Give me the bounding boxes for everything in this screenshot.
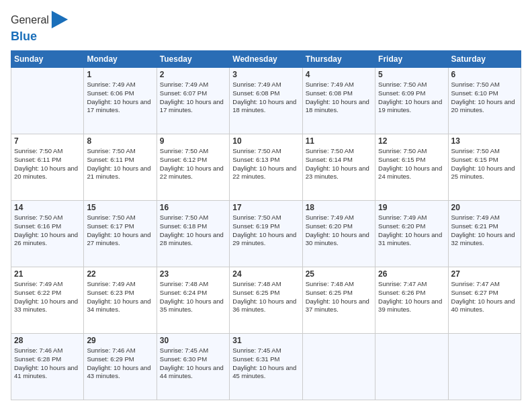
day-number: 3 (232, 70, 299, 79)
cell-sunset-info: Sunset: 6:19 PM (232, 222, 299, 231)
cell-sunset-info: Sunset: 6:27 PM (451, 289, 518, 298)
day-number: 11 (306, 136, 372, 146)
cell-sunset-info: Sunset: 6:28 PM (14, 355, 81, 364)
header-day: Tuesday (157, 51, 229, 68)
cell-daylight-info: Daylight: 10 hours and 34 minutes. (87, 298, 153, 315)
cell-sun-info: Sunrise: 7:49 AM (306, 81, 372, 89)
cell-daylight-info: Daylight: 10 hours and 17 minutes. (87, 98, 153, 116)
day-number: 7 (14, 136, 81, 146)
calendar-cell (375, 334, 448, 400)
calendar-cell: 21Sunrise: 7:49 AMSunset: 6:22 PMDayligh… (11, 267, 84, 334)
cell-daylight-info: Daylight: 10 hours and 18 minutes. (306, 98, 372, 116)
cell-sunset-info: Sunset: 6:06 PM (87, 89, 153, 98)
day-number: 8 (87, 136, 153, 146)
cell-sun-info: Sunrise: 7:49 AM (451, 214, 518, 222)
cell-sun-info: Sunrise: 7:47 AM (451, 280, 518, 289)
day-number: 15 (87, 203, 153, 212)
svg-marker-0 (52, 11, 68, 28)
day-number: 2 (160, 70, 226, 79)
day-number: 9 (160, 136, 226, 146)
cell-sunset-info: Sunset: 6:20 PM (378, 222, 445, 231)
header-row: SundayMondayTuesdayWednesdayThursdayFrid… (11, 51, 521, 68)
cell-sun-info: Sunrise: 7:50 AM (378, 81, 445, 89)
cell-sun-info: Sunrise: 7:49 AM (232, 81, 299, 89)
cell-sun-info: Sunrise: 7:50 AM (232, 147, 299, 156)
calendar-cell: 2Sunrise: 7:49 AMSunset: 6:07 PMDaylight… (157, 68, 229, 134)
day-number: 6 (451, 70, 518, 79)
calendar-cell (448, 334, 521, 400)
day-number: 27 (451, 269, 518, 279)
calendar-cell: 12Sunrise: 7:50 AMSunset: 6:15 PMDayligh… (375, 134, 448, 201)
cell-daylight-info: Daylight: 10 hours and 27 minutes. (87, 231, 153, 248)
day-number: 26 (378, 269, 445, 279)
calendar-week-row: 7Sunrise: 7:50 AMSunset: 6:11 PMDaylight… (11, 134, 521, 201)
day-number: 24 (232, 269, 299, 279)
day-number: 23 (160, 269, 226, 279)
cell-sunset-info: Sunset: 6:25 PM (232, 289, 299, 298)
cell-sunset-info: Sunset: 6:21 PM (451, 222, 518, 231)
calendar-cell: 1Sunrise: 7:49 AMSunset: 6:06 PMDaylight… (84, 68, 157, 134)
day-number: 31 (232, 336, 299, 345)
cell-sunset-info: Sunset: 6:14 PM (306, 156, 372, 165)
cell-sun-info: Sunrise: 7:49 AM (160, 81, 226, 89)
cell-daylight-info: Daylight: 10 hours and 19 minutes. (378, 98, 445, 116)
cell-daylight-info: Daylight: 10 hours and 32 minutes. (451, 231, 518, 248)
calendar-cell: 7Sunrise: 7:50 AMSunset: 6:11 PMDaylight… (11, 134, 84, 201)
day-number: 19 (378, 203, 445, 212)
cell-sunset-info: Sunset: 6:15 PM (378, 156, 445, 165)
cell-sunset-info: Sunset: 6:18 PM (160, 222, 226, 231)
day-number: 1 (87, 70, 153, 79)
calendar-cell: 29Sunrise: 7:46 AMSunset: 6:29 PMDayligh… (84, 334, 157, 400)
cell-sunset-info: Sunset: 6:08 PM (306, 89, 372, 98)
cell-sunset-info: Sunset: 6:22 PM (14, 289, 81, 298)
cell-sunset-info: Sunset: 6:07 PM (160, 89, 226, 98)
cell-sun-info: Sunrise: 7:49 AM (87, 81, 153, 89)
cell-sun-info: Sunrise: 7:49 AM (87, 280, 153, 289)
cell-sun-info: Sunrise: 7:50 AM (14, 214, 81, 222)
day-number: 20 (451, 203, 518, 212)
calendar-body: 1Sunrise: 7:49 AMSunset: 6:06 PMDaylight… (11, 68, 521, 400)
logo-blue-text: Blue (11, 30, 69, 44)
cell-daylight-info: Daylight: 10 hours and 26 minutes. (14, 231, 81, 248)
calendar-week-row: 14Sunrise: 7:50 AMSunset: 6:16 PMDayligh… (11, 201, 521, 267)
cell-sun-info: Sunrise: 7:50 AM (87, 147, 153, 156)
cell-daylight-info: Daylight: 10 hours and 36 minutes. (232, 298, 299, 315)
calendar-cell: 24Sunrise: 7:48 AMSunset: 6:25 PMDayligh… (230, 267, 302, 334)
cell-daylight-info: Daylight: 10 hours and 35 minutes. (160, 298, 226, 315)
day-number: 25 (306, 269, 372, 279)
cell-sunset-info: Sunset: 6:15 PM (451, 156, 518, 165)
cell-sun-info: Sunrise: 7:50 AM (451, 81, 518, 89)
cell-daylight-info: Daylight: 10 hours and 17 minutes. (160, 98, 226, 116)
calendar-cell: 8Sunrise: 7:50 AMSunset: 6:11 PMDaylight… (84, 134, 157, 201)
header-day: Saturday (448, 51, 521, 68)
calendar-cell: 13Sunrise: 7:50 AMSunset: 6:15 PMDayligh… (448, 134, 521, 201)
calendar-cell: 19Sunrise: 7:49 AMSunset: 6:20 PMDayligh… (375, 201, 448, 267)
cell-sun-info: Sunrise: 7:50 AM (378, 147, 445, 156)
day-number: 28 (14, 336, 81, 345)
cell-sun-info: Sunrise: 7:45 AM (160, 347, 226, 355)
cell-sun-info: Sunrise: 7:50 AM (451, 147, 518, 156)
cell-daylight-info: Daylight: 10 hours and 30 minutes. (306, 231, 372, 248)
calendar-cell: 20Sunrise: 7:49 AMSunset: 6:21 PMDayligh… (448, 201, 521, 267)
cell-sunset-info: Sunset: 6:11 PM (87, 156, 153, 165)
cell-sunset-info: Sunset: 6:25 PM (306, 289, 372, 298)
cell-sun-info: Sunrise: 7:46 AM (14, 347, 81, 355)
cell-sunset-info: Sunset: 6:29 PM (87, 355, 153, 364)
day-number: 13 (451, 136, 518, 146)
cell-daylight-info: Daylight: 10 hours and 22 minutes. (232, 165, 299, 182)
calendar-cell: 22Sunrise: 7:49 AMSunset: 6:23 PMDayligh… (84, 267, 157, 334)
header-day: Thursday (302, 51, 375, 68)
calendar-cell: 10Sunrise: 7:50 AMSunset: 6:13 PMDayligh… (230, 134, 302, 201)
day-number: 16 (160, 203, 226, 212)
cell-sunset-info: Sunset: 6:30 PM (160, 355, 226, 364)
cell-daylight-info: Daylight: 10 hours and 44 minutes. (160, 364, 226, 381)
calendar-cell: 15Sunrise: 7:50 AMSunset: 6:17 PMDayligh… (84, 201, 157, 267)
cell-sunset-info: Sunset: 6:16 PM (14, 222, 81, 231)
cell-sun-info: Sunrise: 7:49 AM (14, 280, 81, 289)
header-day: Sunday (11, 51, 84, 68)
cell-daylight-info: Daylight: 10 hours and 18 minutes. (232, 98, 299, 116)
calendar-week-row: 1Sunrise: 7:49 AMSunset: 6:06 PMDaylight… (11, 68, 521, 134)
cell-daylight-info: Daylight: 10 hours and 24 minutes. (378, 165, 445, 182)
calendar-table: SundayMondayTuesdayWednesdayThursdayFrid… (11, 50, 521, 400)
cell-sunset-info: Sunset: 6:13 PM (232, 156, 299, 165)
